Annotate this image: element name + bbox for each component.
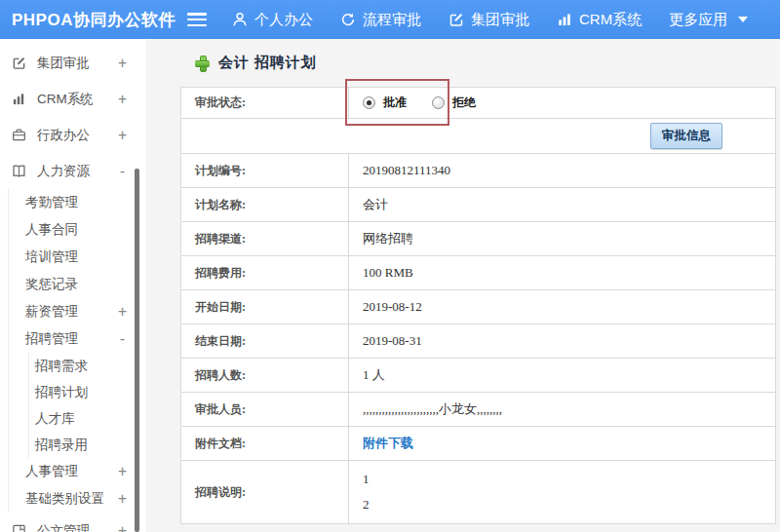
sidebar-item-label: 基础类别设置: [25, 490, 104, 508]
recruit-cost-label: 招聘费用:: [181, 256, 349, 290]
headcount-value: 1 人: [349, 359, 776, 393]
table-row: 计划编号: 20190812111340: [181, 154, 776, 188]
sidebar-item-rewards[interactable]: 奖惩记录: [9, 271, 146, 298]
approval-status-label: 审批状态:: [181, 88, 349, 119]
table-row: 审批人员: ,,,,,,,,,,,,,,,,,,,,,,,,小龙女,,,,,,,…: [181, 393, 776, 427]
radio-reject-circle[interactable]: [432, 96, 445, 109]
recruit-note-label: 招聘说明:: [181, 461, 349, 524]
start-date-value: 2019-08-12: [349, 290, 776, 324]
table-row: 开始日期: 2019-08-12: [181, 290, 776, 324]
expand-plus-icon: +: [118, 490, 127, 508]
sidebar-item-salary[interactable]: 薪资管理+: [9, 298, 146, 325]
recruitment-submenu: 招聘需求 招聘计划 人才库 招聘录用: [28, 353, 146, 458]
table-row: 结束日期: 2019-08-31: [181, 324, 776, 359]
expand-plus-icon: +: [118, 127, 127, 144]
table-row: 附件文档: 附件下载: [181, 427, 776, 461]
nav-crm-system[interactable]: CRM系统: [557, 11, 642, 29]
process-icon: [340, 12, 356, 27]
briefcase-icon: [12, 128, 28, 142]
sidebar-item-label: 人事管理: [25, 463, 78, 480]
recruit-channel-value: 网络招聘: [349, 222, 776, 256]
sidebar-item-label: 培训管理: [25, 248, 78, 266]
nav-group-approval[interactable]: 集团审批: [448, 11, 529, 29]
nav-personal-office[interactable]: 个人办公: [232, 11, 313, 29]
start-date-label: 开始日期:: [181, 290, 349, 324]
menu-toggle-icon[interactable]: [187, 13, 207, 26]
table-row: 计划名称: 会计: [181, 188, 776, 222]
nav-label: 集团审批: [471, 11, 529, 29]
page-title-text: 会计 招聘计划: [218, 54, 317, 72]
sidebar-scrollbar[interactable]: [135, 169, 139, 532]
radio-approve[interactable]: 批准: [363, 95, 407, 111]
sidebar-item-training[interactable]: 培训管理: [9, 244, 146, 271]
sidebar-item-attendance[interactable]: 考勤管理: [9, 189, 146, 216]
radio-approve-circle[interactable]: [363, 96, 375, 109]
nav-label: 个人办公: [254, 11, 313, 29]
sidebar-item-personnel[interactable]: 人事管理+: [9, 458, 146, 485]
recruit-note-line: 1: [363, 467, 761, 492]
nav-more-apps[interactable]: 更多应用: [669, 11, 748, 29]
table-row: 招聘费用: 100 RMB: [181, 256, 776, 290]
top-header: PHPOA协同办公软件 个人办公 流程审批 集团审批: [0, 0, 780, 39]
sidebar-item-label: 招聘需求: [35, 358, 88, 375]
sidebar-item-label: 考勤管理: [25, 194, 78, 211]
approvers-label: 审批人员:: [181, 393, 349, 427]
sidebar: 集团审批 + CRM系统 + 行政办公 +: [0, 39, 146, 532]
table-row: 招聘人数: 1 人: [181, 359, 776, 393]
bar-chart-icon: [557, 12, 572, 27]
approvers-value: ,,,,,,,,,,,,,,,,,,,,,,,,小龙女,,,,,,,,: [349, 393, 776, 427]
sidebar-item-recruitment[interactable]: 招聘管理-: [9, 325, 146, 353]
approve-info-button[interactable]: 审批信息: [650, 123, 722, 149]
headcount-label: 招聘人数:: [181, 359, 349, 393]
sidebar-item-admin-office[interactable]: 行政办公 +: [0, 117, 146, 153]
table-row: 审批信息: [181, 119, 776, 154]
caret-down-icon: [738, 17, 748, 22]
attachment-label: 附件文档:: [181, 427, 349, 461]
sidebar-item-label: 集团审批: [37, 55, 90, 72]
sidebar-item-label: 人力资源: [37, 163, 90, 180]
sidebar-item-label: 招聘计划: [35, 384, 88, 401]
plan-number-value: 20190812111340: [349, 154, 776, 188]
sidebar-item-recruit-demand[interactable]: 招聘需求: [29, 353, 146, 379]
sidebar-item-label: 薪资管理: [25, 303, 78, 321]
sidebar-item-recruit-hire[interactable]: 招聘录用: [29, 432, 146, 458]
recruit-cost-value: 100 RMB: [349, 256, 776, 290]
recruit-note-line: 2: [363, 492, 761, 517]
user-icon: [232, 12, 248, 27]
sidebar-item-documents[interactable]: 公文管理 +: [0, 513, 146, 532]
sidebar-item-crm[interactable]: CRM系统 +: [0, 81, 146, 117]
recruit-channel-label: 招聘渠道:: [181, 222, 349, 256]
book-icon: [12, 164, 28, 178]
expand-plus-icon: +: [118, 55, 127, 72]
sidebar-item-recruit-plan[interactable]: 招聘计划: [29, 379, 146, 405]
expand-plus-icon: +: [118, 303, 127, 321]
expand-minus-icon: -: [118, 330, 127, 348]
table-row: 招聘说明: 1 2: [181, 461, 776, 524]
edit-square-icon: [12, 56, 28, 70]
plus-icon: [195, 56, 210, 70]
nav-label: 更多应用: [669, 11, 727, 29]
recruit-plan-table: 审批状态: 批准 拒绝: [180, 87, 776, 524]
sidebar-item-label: 招聘管理: [25, 330, 78, 348]
sidebar-item-hr-contract[interactable]: 人事合同: [9, 216, 146, 244]
sidebar-item-label: 人事合同: [25, 221, 78, 239]
bar-chart-icon: [12, 92, 28, 106]
sidebar-item-label: 招聘录用: [35, 437, 88, 454]
main-content: 会计 招聘计划 审批状态: 批准: [146, 39, 780, 532]
attachment-download-link[interactable]: 附件下载: [363, 436, 413, 450]
sidebar-item-hr[interactable]: 人力资源 -: [0, 153, 146, 189]
table-row: 审批状态: 批准 拒绝: [181, 88, 776, 119]
expand-plus-icon: +: [118, 463, 127, 480]
nav-process-approval[interactable]: 流程审批: [340, 11, 421, 29]
plan-name-label: 计划名称:: [181, 188, 349, 222]
sidebar-item-label: 行政办公: [37, 127, 90, 144]
expand-plus-icon: +: [118, 91, 127, 108]
sidebar-item-label: 人才库: [35, 410, 75, 428]
document-icon: [12, 523, 28, 532]
sidebar-item-base-category[interactable]: 基础类别设置+: [9, 485, 146, 513]
expand-plus-icon: +: [118, 522, 127, 532]
radio-reject[interactable]: 拒绝: [432, 95, 476, 111]
sidebar-item-talent-pool[interactable]: 人才库: [29, 405, 146, 432]
nav-label: CRM系统: [579, 11, 642, 29]
sidebar-item-group-approval[interactable]: 集团审批 +: [0, 45, 146, 81]
